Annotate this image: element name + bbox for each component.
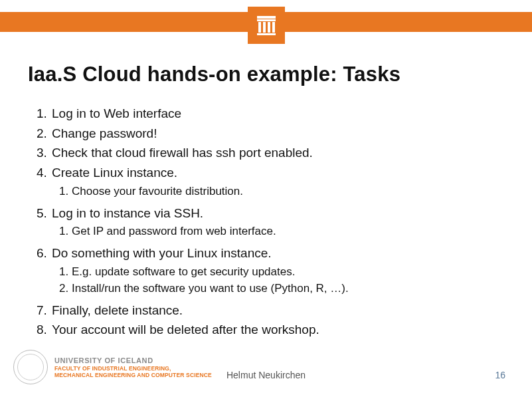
sub-list: Get IP and password from web interface. xyxy=(52,223,504,240)
faculty-line-2: MECHANICAL ENGINEERING AND COMPUTER SCIE… xyxy=(54,372,212,378)
university-seal-icon xyxy=(13,350,48,384)
footer-logo: UNIVERSITY OF ICELAND FACULTY OF INDUSTR… xyxy=(13,350,212,384)
list-item: Finally, delete instance. xyxy=(50,301,504,321)
svg-rect-4 xyxy=(268,22,270,33)
list-item: Do something with your Linux instance. E… xyxy=(50,243,504,301)
slide-title: Iaa.S Cloud hands-on example: Tasks xyxy=(28,63,504,86)
svg-rect-2 xyxy=(258,22,261,33)
list-item: Create Linux instance. Choose your favou… xyxy=(50,163,504,203)
svg-rect-5 xyxy=(272,22,275,33)
university-name: UNIVERSITY OF ICELAND xyxy=(54,356,212,364)
header-logo-icon xyxy=(248,7,285,44)
sub-list: Choose your favourite distribution. xyxy=(52,184,504,200)
list-item: Get IP and password from web interface. xyxy=(72,223,504,240)
svg-rect-1 xyxy=(257,19,276,21)
svg-rect-6 xyxy=(257,33,276,35)
sub-list: E.g. update software to get security upd… xyxy=(52,264,504,297)
list-item: Your account will be deleted after the w… xyxy=(50,320,504,340)
svg-rect-3 xyxy=(263,22,266,33)
footer-page-number: 16 xyxy=(495,370,505,380)
list-item: Install/run the software you want to use… xyxy=(72,281,504,297)
list-item: Choose your favourite distribution. xyxy=(72,184,504,200)
list-item: Log in to instance via SSH. Get IP and p… xyxy=(50,203,504,244)
list-item-text: Log in to instance via SSH. xyxy=(52,206,203,220)
list-item: Check that cloud firewall has ssh port e… xyxy=(50,143,504,163)
task-list: Log in to Web interface Change password!… xyxy=(28,104,504,340)
list-item: Log in to Web interface xyxy=(50,104,504,124)
list-item-text: Do something with your Linux instance. xyxy=(52,246,272,260)
svg-rect-0 xyxy=(257,16,276,19)
list-item: E.g. update software to get security upd… xyxy=(72,264,504,281)
footer-author: Helmut Neukirchen xyxy=(226,370,306,380)
list-item-text: Create Linux instance. xyxy=(52,166,177,180)
list-item: Change password! xyxy=(50,124,504,144)
faculty-line-1: FACULTY OF INDUSTRIAL ENGINEERING, xyxy=(54,365,212,372)
